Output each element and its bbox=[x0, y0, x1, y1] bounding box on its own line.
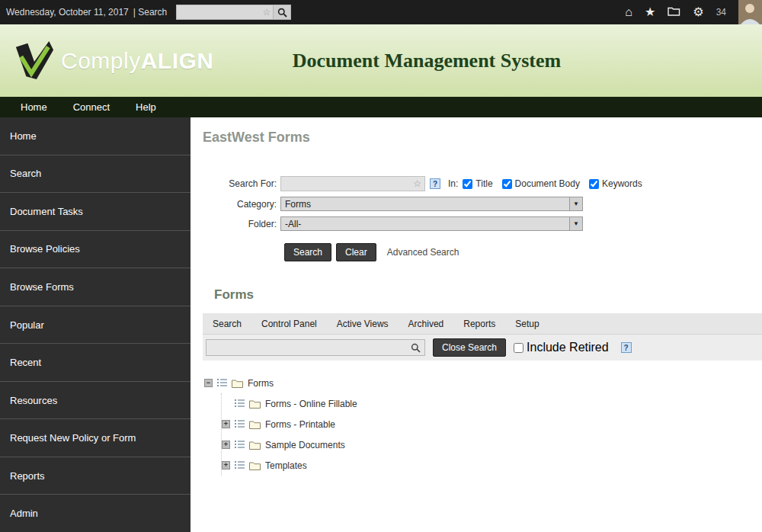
include-retired-checkbox[interactable] bbox=[514, 343, 523, 353]
user-avatar[interactable] bbox=[738, 0, 762, 24]
sidebar-item-popular[interactable]: Popular bbox=[0, 306, 190, 345]
category-select[interactable]: Forms ▼ bbox=[280, 197, 583, 211]
sidebar-item-browse-policies[interactable]: Browse Policies bbox=[0, 231, 190, 269]
sidebar-item-reports[interactable]: Reports bbox=[0, 457, 190, 495]
forms-tabs: Search Control Panel Active Views Archiv… bbox=[203, 313, 762, 335]
collapse-icon[interactable]: − bbox=[204, 379, 213, 387]
list-icon bbox=[235, 461, 245, 470]
document-body-checkbox[interactable] bbox=[502, 179, 512, 189]
folder-icon bbox=[249, 441, 261, 450]
tree-row-printable[interactable]: + Forms - Printable bbox=[222, 414, 762, 434]
forms-section-title: Forms bbox=[214, 287, 762, 303]
topbar-search-field[interactable] bbox=[179, 8, 262, 17]
tree-label[interactable]: Forms bbox=[248, 378, 274, 389]
search-button[interactable]: Search bbox=[284, 243, 331, 261]
search-icon[interactable] bbox=[411, 343, 421, 353]
tree-label[interactable]: Forms - Printable bbox=[265, 419, 335, 430]
folder-select[interactable]: -All- ▼ bbox=[280, 216, 583, 231]
forms-search-input[interactable] bbox=[206, 339, 425, 356]
checkbox-document-body[interactable]: Document Body bbox=[502, 178, 580, 189]
favorite-star-icon[interactable]: ☆ bbox=[413, 179, 421, 188]
star-icon[interactable]: ★ bbox=[645, 6, 655, 18]
checkbox-document-body-label: Document Body bbox=[515, 178, 580, 189]
favorite-star-icon[interactable]: ☆ bbox=[263, 8, 271, 17]
sidebar-item-browse-forms[interactable]: Browse Forms bbox=[0, 268, 190, 306]
category-label: Category: bbox=[203, 199, 280, 210]
category-select-value: Forms bbox=[281, 199, 569, 210]
expand-icon[interactable]: + bbox=[222, 420, 230, 428]
tab-archived[interactable]: Archived bbox=[399, 313, 454, 334]
folder-icon bbox=[249, 420, 261, 429]
sidebar-item-admin[interactable]: Admin bbox=[0, 495, 190, 532]
folder-icon bbox=[249, 461, 261, 470]
forms-search-field[interactable] bbox=[210, 342, 411, 353]
forms-search-row: Close Search Include Retired ? bbox=[203, 335, 762, 361]
sidebar-item-home[interactable]: Home bbox=[0, 117, 190, 155]
advanced-search-link[interactable]: Advanced Search bbox=[387, 247, 459, 258]
page-title: EastWest Forms bbox=[203, 130, 762, 146]
expand-icon[interactable]: + bbox=[222, 461, 230, 470]
tree-row-sample-documents[interactable]: + Sample Documents bbox=[222, 434, 762, 455]
forms-panel: Search Control Panel Active Views Archiv… bbox=[203, 313, 762, 476]
folder-select-value: -All- bbox=[281, 219, 569, 229]
checkbox-keywords-label: Keywords bbox=[602, 178, 642, 189]
gear-icon[interactable]: ⚙ bbox=[693, 6, 703, 18]
tab-active-views[interactable]: Active Views bbox=[327, 313, 399, 334]
folders-icon[interactable] bbox=[668, 6, 680, 18]
help-icon[interactable]: ? bbox=[430, 178, 440, 189]
nav-help[interactable]: Help bbox=[123, 97, 169, 117]
folder-label: Folder: bbox=[203, 219, 280, 229]
main-nav: Home Connect Help bbox=[0, 97, 762, 117]
home-icon[interactable]: ⌂ bbox=[625, 6, 632, 18]
search-label: | Search bbox=[133, 7, 167, 18]
list-icon bbox=[217, 379, 227, 387]
tree-children: Forms - Online Fillable + Forms - Printa… bbox=[221, 393, 762, 476]
include-retired-label: Include Retired bbox=[527, 341, 609, 354]
tab-control-panel[interactable]: Control Panel bbox=[251, 313, 327, 334]
chevron-down-icon: ▼ bbox=[569, 197, 582, 210]
page-header: ComplyALIGN Document Management System bbox=[0, 24, 762, 97]
help-icon[interactable]: ? bbox=[621, 342, 632, 353]
sidebar-item-document-tasks[interactable]: Document Tasks bbox=[0, 193, 190, 231]
tab-setup[interactable]: Setup bbox=[505, 313, 549, 334]
topbar-search-button[interactable] bbox=[274, 5, 291, 20]
expand-icon[interactable]: + bbox=[222, 441, 230, 449]
search-for-field[interactable] bbox=[284, 178, 413, 189]
tree-label[interactable]: Templates bbox=[265, 460, 307, 471]
list-icon bbox=[235, 399, 245, 408]
tab-search[interactable]: Search bbox=[203, 313, 251, 334]
logo-mark-icon bbox=[14, 40, 55, 82]
complyalign-logo[interactable]: ComplyALIGN bbox=[14, 40, 214, 82]
close-search-button[interactable]: Close Search bbox=[433, 338, 506, 357]
keywords-checkbox[interactable] bbox=[589, 179, 599, 189]
sidebar: Home Search Document Tasks Browse Polici… bbox=[0, 117, 192, 532]
notification-count: 34 bbox=[716, 7, 726, 18]
sidebar-item-search[interactable]: Search bbox=[0, 155, 190, 194]
main-content: EastWest Forms Search For: ☆ ? In: Title… bbox=[192, 117, 762, 532]
folder-icon bbox=[249, 399, 261, 409]
search-for-label: Search For: bbox=[203, 178, 280, 189]
include-retired-checkbox-group[interactable]: Include Retired bbox=[514, 341, 609, 354]
sidebar-item-resources[interactable]: Resources bbox=[0, 382, 190, 420]
date-text: Wednesday, October 11, 2017 bbox=[6, 7, 129, 18]
search-for-input[interactable]: ☆ bbox=[280, 176, 425, 191]
clear-button[interactable]: Clear bbox=[336, 243, 376, 261]
list-icon bbox=[235, 420, 245, 428]
tree-label[interactable]: Forms - Online Fillable bbox=[265, 399, 357, 409]
document-search-form: Search For: ☆ ? In: Title Document Body bbox=[203, 176, 762, 261]
tab-reports[interactable]: Reports bbox=[453, 313, 505, 334]
checkbox-keywords[interactable]: Keywords bbox=[589, 178, 642, 189]
nav-home[interactable]: Home bbox=[8, 97, 60, 117]
tree-row-online-fillable[interactable]: Forms - Online Fillable bbox=[222, 393, 762, 414]
top-bar: Wednesday, October 11, 2017 | Search ☆ ⌂… bbox=[0, 0, 762, 24]
topbar-search-input[interactable]: ☆ bbox=[176, 5, 274, 20]
tree-label[interactable]: Sample Documents bbox=[265, 440, 345, 450]
nav-connect[interactable]: Connect bbox=[60, 97, 123, 117]
title-checkbox[interactable] bbox=[463, 179, 472, 189]
sidebar-item-recent[interactable]: Recent bbox=[0, 344, 190, 382]
tree-row-forms-root[interactable]: − Forms bbox=[204, 373, 762, 393]
tree-row-templates[interactable]: + Templates bbox=[222, 455, 762, 476]
checkbox-title[interactable]: Title bbox=[463, 178, 492, 189]
folder-icon bbox=[232, 379, 243, 388]
sidebar-item-request-new[interactable]: Request New Policy or Form bbox=[0, 419, 190, 457]
